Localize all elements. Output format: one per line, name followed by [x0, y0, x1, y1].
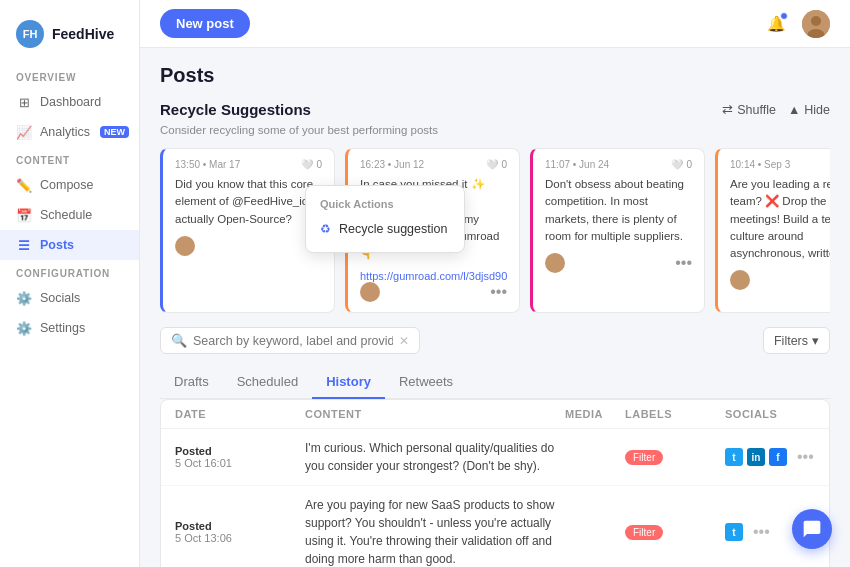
- avatar-image: [802, 10, 830, 38]
- table-row: Posted 5 Oct 13:06 Are you paying for ne…: [161, 486, 829, 567]
- search-clear-button[interactable]: ✕: [399, 334, 409, 348]
- chat-icon: [802, 519, 822, 539]
- sidebar-item-settings[interactable]: ⚙️ Settings: [0, 313, 139, 343]
- card-more-button[interactable]: •••: [490, 284, 507, 300]
- card-link[interactable]: https://gumroad.com/l/3djsd90: [360, 270, 507, 282]
- card-avatar: [730, 270, 750, 290]
- card-header: 11:07 • Jun 24 🤍 0: [545, 159, 692, 170]
- th-labels: LABELS: [625, 408, 725, 420]
- new-post-button[interactable]: New post: [160, 9, 250, 38]
- content-cell: I'm curious. Which personal quality/qual…: [305, 439, 565, 475]
- shuffle-icon: ⇄: [722, 102, 733, 117]
- topbar: New post 🔔: [140, 0, 850, 48]
- card-stats: 🤍 0: [671, 159, 692, 170]
- card-stats: 🤍 0: [301, 159, 322, 170]
- th-content: CONTENT: [305, 408, 565, 420]
- filters-label: Filters: [774, 334, 808, 348]
- recycle-suggestion-action[interactable]: ♻ Recycle suggestion: [306, 216, 464, 242]
- notification-button[interactable]: 🔔: [762, 10, 790, 38]
- section-label-content: CONTENT: [0, 147, 139, 170]
- tab-scheduled[interactable]: Scheduled: [223, 366, 312, 399]
- posts-tabs: Drafts Scheduled History Retweets: [160, 366, 830, 399]
- sidebar-item-label: Settings: [40, 321, 85, 335]
- card-avatar: [175, 236, 195, 256]
- sidebar-item-label: Posts: [40, 238, 74, 252]
- new-badge: NEW: [100, 126, 129, 138]
- tab-history[interactable]: History: [312, 366, 385, 399]
- linkedin-icon: in: [747, 448, 765, 466]
- logo-icon: FH: [16, 20, 44, 48]
- recycle-suggestions-section: Recycle Suggestions ⇄ Shuffle ▲ Hide Con…: [160, 101, 830, 313]
- shuffle-button[interactable]: ⇄ Shuffle: [722, 102, 776, 117]
- socials-cell: t in f •••: [725, 448, 815, 466]
- chat-button[interactable]: [792, 509, 832, 549]
- sidebar-item-socials[interactable]: ⚙️ Socials: [0, 283, 139, 313]
- card-header: 10:14 • Sep 3 🤍 1: [730, 159, 830, 170]
- sidebar-item-posts[interactable]: ☰ Posts: [0, 230, 139, 260]
- sidebar-item-label: Compose: [40, 178, 94, 192]
- settings-icon: ⚙️: [16, 320, 32, 336]
- sidebar-item-label: Dashboard: [40, 95, 101, 109]
- user-avatar[interactable]: [802, 10, 830, 38]
- card-time: 16:23 • Jun 12: [360, 159, 424, 170]
- suggestion-card: 11:07 • Jun 24 🤍 0 Don't obsess about be…: [530, 148, 705, 313]
- sidebar-logo: FH FeedHive: [0, 12, 139, 64]
- row-more-button[interactable]: •••: [753, 523, 770, 541]
- heart-icon: 🤍: [671, 159, 683, 170]
- labels-cell: Filter: [625, 525, 725, 540]
- svg-point-1: [811, 16, 821, 26]
- sidebar-item-label: Socials: [40, 291, 80, 305]
- th-socials: SOCIALS: [725, 408, 815, 420]
- sidebar-item-compose[interactable]: ✏️ Compose: [0, 170, 139, 200]
- card-stats: 🤍 0: [486, 159, 507, 170]
- card-more-button[interactable]: •••: [675, 255, 692, 271]
- notification-dot: [780, 12, 788, 20]
- sidebar: FH FeedHive OVERVIEW ⊞ Dashboard 📈 Analy…: [0, 0, 140, 567]
- page-title: Posts: [160, 64, 830, 87]
- grid-icon: ⊞: [16, 94, 32, 110]
- th-date: DATE: [175, 408, 305, 420]
- suggestion-cards-row: 13:50 • Mar 17 🤍 0 Did you know that thi…: [160, 148, 830, 313]
- hide-button[interactable]: ▲ Hide: [788, 103, 830, 117]
- filters-button[interactable]: Filters ▾: [763, 327, 830, 354]
- table-row: Posted 5 Oct 16:01 I'm curious. Which pe…: [161, 429, 829, 486]
- socials-icon: ⚙️: [16, 290, 32, 306]
- search-icon: 🔍: [171, 333, 187, 348]
- facebook-icon: f: [769, 448, 787, 466]
- card-text: Are you leading a remote team? ❌ Drop th…: [730, 176, 830, 262]
- quick-actions-title: Quick Actions: [306, 196, 464, 216]
- row-more-button[interactable]: •••: [797, 448, 814, 466]
- quick-actions-popup: Quick Actions ♻ Recycle suggestion: [305, 185, 465, 253]
- suggestion-card: 10:14 • Sep 3 🤍 1 Are you leading a remo…: [715, 148, 830, 313]
- date-cell: Posted 5 Oct 16:01: [175, 445, 305, 469]
- tab-drafts[interactable]: Drafts: [160, 366, 223, 399]
- sidebar-item-dashboard[interactable]: ⊞ Dashboard: [0, 87, 139, 117]
- twitter-icon: t: [725, 448, 743, 466]
- sidebar-item-analytics[interactable]: 📈 Analytics NEW: [0, 117, 139, 147]
- search-input[interactable]: [193, 334, 393, 348]
- table-header: DATE CONTENT MEDIA LABELS SOCIALS: [161, 400, 829, 429]
- card-avatar: [360, 282, 380, 302]
- quick-action-label: Recycle suggestion: [339, 222, 447, 236]
- card-text: Don't obsess about beating competition. …: [545, 176, 692, 245]
- label-badge: Filter: [625, 525, 663, 540]
- hide-icon: ▲: [788, 103, 800, 117]
- th-media: MEDIA: [565, 408, 625, 420]
- schedule-icon: 📅: [16, 207, 32, 223]
- sidebar-item-label: Schedule: [40, 208, 92, 222]
- tab-retweets[interactable]: Retweets: [385, 366, 467, 399]
- card-footer: •••: [545, 253, 692, 273]
- recycle-header: Recycle Suggestions ⇄ Shuffle ▲ Hide: [160, 101, 830, 118]
- card-time: 11:07 • Jun 24: [545, 159, 609, 170]
- compose-icon: ✏️: [16, 177, 32, 193]
- labels-cell: Filter: [625, 450, 725, 465]
- card-time: 13:50 • Mar 17: [175, 159, 240, 170]
- card-text: Did you know that this core element of @…: [175, 176, 322, 228]
- sidebar-item-schedule[interactable]: 📅 Schedule: [0, 200, 139, 230]
- card-header: 13:50 • Mar 17 🤍 0: [175, 159, 322, 170]
- heart-icon: 🤍: [301, 159, 313, 170]
- search-filter-row: 🔍 ✕ Filters ▾: [160, 327, 830, 354]
- section-label-configuration: CONFIGURATION: [0, 260, 139, 283]
- recycle-icon: ♻: [320, 222, 331, 236]
- content-cell: Are you paying for new SaaS products to …: [305, 496, 565, 567]
